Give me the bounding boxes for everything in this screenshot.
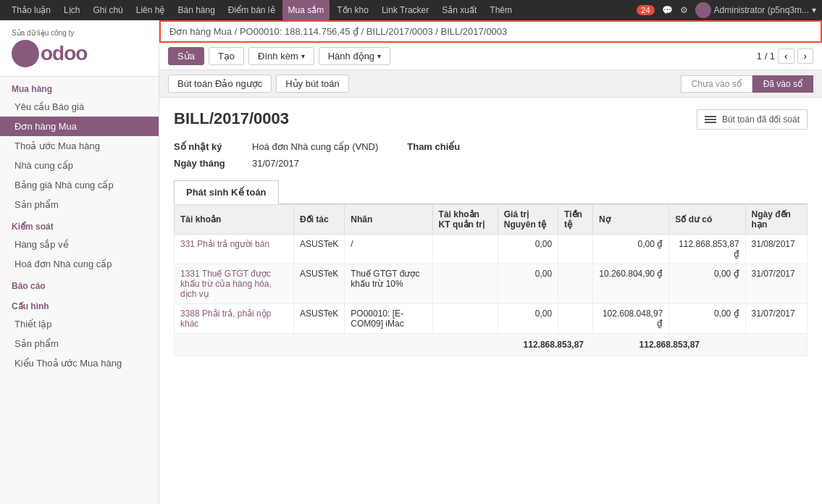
- settings-icon[interactable]: ⚙: [680, 5, 688, 15]
- tk-quan-tri-2: [432, 304, 498, 334]
- sidebar-logo: Sửa dữ liệu công ty odoo: [0, 20, 159, 77]
- so-du-co-2: 0,00 ₫: [669, 304, 745, 334]
- bill-header: BILL/2017/0003 Bút toán đã đối soát: [174, 109, 808, 130]
- reverse-button[interactable]: Bút toán Đảo ngược: [168, 75, 272, 93]
- col-ngay-den-han: Ngày đến hạn: [745, 205, 807, 235]
- nav-ton-kho[interactable]: Tồn kho: [331, 0, 374, 20]
- nav-them[interactable]: Thêm: [484, 0, 518, 20]
- nav-mua-sam[interactable]: Mua sắm: [282, 0, 330, 20]
- gia-tri-2: 0,00: [498, 304, 558, 334]
- table-row: 1331 Thuế GTGT được khấu trừ của hàng hó…: [175, 264, 808, 304]
- doi-tac-0: ASUSTeK: [293, 235, 344, 264]
- nav-san-xuat[interactable]: Sản xuất: [436, 0, 482, 20]
- create-button[interactable]: Tạo: [209, 47, 244, 65]
- sidebar-item-hang-sap-ve[interactable]: Hàng sắp về: [0, 235, 159, 254]
- nav-items: Thảo luận Lịch Ghi chú Liên hệ Bán hàng …: [6, 0, 637, 20]
- pagination: 1 / 1 ‹ ›: [757, 49, 813, 64]
- breadcrumb-text: Đơn hàng Mua / PO00010: 188.114.756,45 ₫…: [169, 26, 507, 37]
- status-indicator: Chưa vào sổ Đã vào sổ: [681, 75, 813, 93]
- company-text: Sửa dữ liệu công ty: [12, 29, 74, 37]
- ngay-thang-value: 31/07/2017: [252, 158, 299, 169]
- edit-button[interactable]: Sửa: [168, 47, 204, 65]
- toolbar: Sửa Tạo Đính kèm Hành động 1 / 1 ‹ ›: [159, 43, 822, 70]
- tk-quan-tri-0: [432, 235, 498, 264]
- logo-text: odoo: [41, 42, 87, 65]
- total-no: 112.868.853,87: [497, 340, 584, 350]
- table-footer: 112.868.853,87 112.868.853,87: [174, 334, 808, 356]
- content-area: Đơn hàng Mua / PO00010: 188.114.756,45 ₫…: [159, 20, 822, 504]
- breadcrumb: Đơn hàng Mua / PO00010: 188.114.756,45 ₫…: [159, 20, 822, 43]
- tham-chieu-row: Tham chiếu: [407, 141, 466, 152]
- col-tk-quan-tri: Tài khoản KT quản trị: [432, 205, 498, 235]
- col-tien-te: Tiền tệ: [558, 205, 593, 235]
- so-nhat-ky-value: Hoá đơn Nhà cung cấp (VND): [252, 141, 378, 152]
- attach-button[interactable]: Đính kèm: [248, 47, 314, 65]
- tien-te-2: [558, 304, 593, 334]
- prev-page-button[interactable]: ‹: [778, 49, 794, 64]
- sidebar-item-thiet-lap[interactable]: Thiết lập: [0, 314, 159, 334]
- odoo-logo: odoo: [12, 40, 87, 67]
- nav-link-tracker[interactable]: Link Tracker: [376, 0, 435, 20]
- status-chua-vao-so[interactable]: Chưa vào sổ: [681, 75, 752, 93]
- col-no: Nợ: [593, 205, 669, 235]
- tai-khoan-0[interactable]: 331 Phải trả người bán: [180, 239, 269, 249]
- col-nhan: Nhãn: [345, 205, 432, 235]
- table-row: 3388 Phải trả, phải nộp khác ASUSTeK PO0…: [175, 304, 808, 334]
- ngay-den-han-0: 31/08/2017: [745, 235, 807, 264]
- tham-chieu-label: Tham chiếu: [407, 141, 460, 152]
- chat-icon[interactable]: 💬: [662, 5, 673, 15]
- action-button[interactable]: Hành động: [319, 47, 390, 65]
- accounting-table: Tài khoản Đối tác Nhãn Tài khoản KT quản…: [174, 204, 808, 334]
- logo-circle: [12, 40, 39, 67]
- tai-khoan-2[interactable]: 3388 Phải trả, phải nộp khác: [180, 308, 271, 329]
- sidebar-section-cau-hinh: Cấu hình: [0, 294, 159, 314]
- doi-tac-2: ASUSTeK: [293, 304, 344, 334]
- nav-diem-ban-le[interactable]: Điểm bán lẻ: [222, 0, 281, 20]
- sidebar-item-san-pham-cfg[interactable]: Sản phẩm: [0, 334, 159, 353]
- next-page-button[interactable]: ›: [797, 49, 813, 64]
- sidebar-item-hoa-don-ncc[interactable]: Hoá đơn Nhà cung cấp: [0, 254, 159, 274]
- sidebar-item-kieu-thoa-uoc[interactable]: Kiểu Thoả ước Mua hàng: [0, 353, 159, 373]
- nav-thao-luan[interactable]: Thảo luận: [6, 0, 56, 20]
- so-nhat-ky-label: Số nhật ký: [174, 141, 246, 152]
- form-area: BILL/2017/0003 Bút toán đã đối soát Số n…: [159, 98, 822, 504]
- nav-lich[interactable]: Lịch: [58, 0, 85, 20]
- tab-phat-sinh-ke-toan[interactable]: Phát sinh Kế toán: [174, 180, 279, 204]
- col-tai-khoan: Tài khoản: [175, 205, 294, 235]
- cancel-button[interactable]: Hủy bút toán: [276, 75, 349, 93]
- nhan-0: /: [345, 235, 432, 264]
- nav-ghi-chu[interactable]: Ghi chú: [87, 0, 128, 20]
- bill-status-label: Bút toán đã đối soát: [722, 114, 800, 125]
- bill-status-btn[interactable]: Bút toán đã đối soát: [697, 109, 808, 130]
- ngay-den-han-1: 31/07/2017: [745, 264, 807, 304]
- sidebar-section-mua-hang: Mua hàng: [0, 77, 159, 97]
- notification-count[interactable]: 24: [637, 5, 654, 15]
- left-fields: Số nhật ký Hoá đơn Nhà cung cấp (VND) Ng…: [174, 141, 378, 169]
- gia-tri-0: 0,00: [498, 235, 558, 264]
- col-gia-tri: Giá trị Nguyên tệ: [498, 205, 558, 235]
- user-menu[interactable]: Administrator (p5nq3m... ▾: [695, 2, 816, 18]
- sidebar-item-thoa-uoc[interactable]: Thoả ước Mua hàng: [0, 136, 159, 156]
- so-du-co-0: 112.868.853,87 ₫: [669, 235, 745, 264]
- sidebar-item-san-pham-mua[interactable]: Sản phẩm: [0, 195, 159, 214]
- nhan-2: PO00010: [E-COM09] iMac: [345, 304, 432, 334]
- sidebar-item-bang-gia[interactable]: Bảng giá Nhà cung cấp: [0, 175, 159, 195]
- tien-te-0: [558, 235, 593, 264]
- so-nhat-ky-row: Số nhật ký Hoá đơn Nhà cung cấp (VND): [174, 141, 378, 152]
- ngay-thang-label: Ngày tháng: [174, 158, 246, 169]
- nav-ban-hang[interactable]: Bán hàng: [172, 0, 220, 20]
- main-layout: Sửa dữ liệu công ty odoo Mua hàng Yêu cầ…: [0, 20, 822, 504]
- total-so-du-co: 112.868.853,87: [613, 340, 700, 350]
- top-nav: Thảo luận Lịch Ghi chú Liên hệ Bán hàng …: [0, 0, 822, 20]
- tk-quan-tri-1: [432, 264, 498, 304]
- sidebar-item-yeu-cau-bao-gia[interactable]: Yêu cầu Báo giá: [0, 97, 159, 117]
- status-da-vao-so[interactable]: Đã vào sổ: [752, 75, 813, 93]
- tai-khoan-1[interactable]: 1331 Thuế GTGT được khấu trừ của hàng hó…: [180, 269, 272, 299]
- sidebar-item-nha-cung-cap[interactable]: Nhà cung cấp: [0, 156, 159, 175]
- nav-lien-he[interactable]: Liên hệ: [130, 0, 171, 20]
- nhan-1: Thuế GTGT được khấu trừ 10%: [345, 264, 432, 304]
- form-fields: Số nhật ký Hoá đơn Nhà cung cấp (VND) Ng…: [174, 141, 808, 169]
- table-row: 331 Phải trả người bán ASUSTeK / 0,00 0,…: [175, 235, 808, 264]
- col-doi-tac: Đối tác: [293, 205, 344, 235]
- sidebar-item-don-hang-mua[interactable]: Đơn hàng Mua: [0, 117, 159, 136]
